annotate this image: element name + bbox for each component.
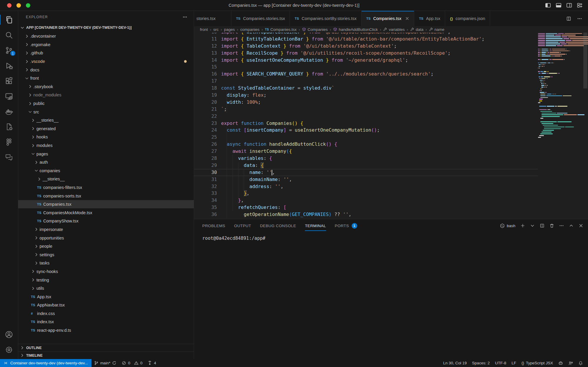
code-line-35[interactable]: 35 refetchQueries: [ (194, 204, 538, 211)
line-number[interactable]: 28 (194, 155, 217, 162)
editor-scrollbar[interactable] (583, 33, 588, 219)
code-line-11[interactable]: 11import { EntityTableActionBar } from '… (194, 36, 538, 43)
minimap[interactable] (538, 33, 583, 219)
editor-tab-Companies.tsx[interactable]: TSCompanies.tsx (362, 11, 415, 26)
breadcrumb-item-handleAddButtonClick[interactable]: handleAddButtonClick (333, 27, 378, 32)
activity-docker-button[interactable] (0, 104, 18, 119)
terminal-content[interactable]: root@0a42ecd84891:/app# (194, 232, 588, 359)
line-number[interactable]: 17 (194, 78, 217, 85)
status-feedback[interactable] (566, 359, 576, 367)
code-line-10[interactable]: 10import { WithTopBarContainer } from '@… (194, 33, 538, 36)
sidebar-section-outline[interactable]: OUTLINE (18, 344, 194, 351)
tree-item-people[interactable]: people (18, 242, 194, 251)
activity-accounts-button[interactable] (0, 327, 18, 342)
breadcrumb-item-variables[interactable]: variables (383, 27, 405, 32)
code-line-20[interactable]: 20 width: 100%; (194, 99, 538, 106)
code-line-24[interactable]: 24 const [insertCompany] = useInsertOneC… (194, 127, 538, 134)
tree-item-utils[interactable]: utils (18, 284, 194, 293)
editor-tab-Companies.sortBy.stories.tsx[interactable]: TSCompanies.sortBy.stories.tsx (290, 11, 361, 26)
activity-explorer-button[interactable] (0, 12, 18, 27)
line-number[interactable]: 35 (194, 204, 217, 211)
line-number[interactable]: 27 (194, 148, 217, 155)
line-number[interactable]: 20 (194, 99, 217, 106)
line-number[interactable]: 10 (194, 33, 217, 36)
line-number[interactable]: 16 (194, 71, 217, 78)
code-line-26[interactable]: 26 async function handleAddButtonClick()… (194, 141, 538, 148)
editor-scrollbar-thumb[interactable] (583, 33, 587, 88)
tree-item-tasks[interactable]: tasks (18, 259, 194, 267)
breadcrumb-item-data[interactable]: data (410, 27, 423, 32)
line-number[interactable]: 22 (194, 113, 217, 120)
code-line-34[interactable]: 34 }, (194, 197, 538, 204)
line-number[interactable]: 36 (194, 211, 217, 218)
tree-item-node-modules[interactable]: node_modules (18, 91, 194, 99)
tree-item-companies-sorts.tsx[interactable]: TScompanies-sorts.tsx (18, 192, 194, 200)
tree-item-Companies.tsx[interactable]: TSCompanies.tsx (18, 200, 194, 209)
panel-tab-ports[interactable]: PORTS1 (335, 219, 357, 232)
code-editor[interactable]: 10import { WithTopBarContainer } from '@… (194, 33, 588, 219)
tree-item--stories-[interactable]: __stories__ (18, 116, 194, 125)
close-window-button[interactable] (7, 3, 11, 8)
line-number[interactable]: 12 (194, 43, 217, 50)
editor-tab-Companies.stories.tsx[interactable]: TSCompanies.stories.tsx (231, 11, 290, 26)
zoom-window-button[interactable] (26, 3, 30, 8)
tree-item-companies[interactable]: companies (18, 167, 194, 175)
tree-item-docs[interactable]: docs (18, 66, 194, 74)
breadcrumb-item-Companies.tsx[interactable]: TSCompanies.tsx (265, 27, 297, 32)
editor-tab-stories.tsx[interactable]: stories.tsx (194, 11, 231, 26)
editor-more-actions-icon[interactable] (577, 16, 582, 21)
code-line-31[interactable]: 31 domainName: '', (194, 176, 538, 183)
maximize-panel-icon[interactable] (569, 223, 574, 228)
status-indentation[interactable]: Spaces: 2 (470, 359, 492, 367)
tree-item-settings[interactable]: settings (18, 250, 194, 259)
activity-figma-button[interactable] (0, 134, 18, 150)
line-number[interactable]: 34 (194, 197, 217, 204)
kill-terminal-icon[interactable] (549, 223, 554, 228)
tree-item-App.tsx[interactable]: TSApp.tsx (18, 292, 194, 301)
code-line-27[interactable]: 27 await insertCompany({ (194, 148, 538, 155)
sidebar-section-timeline[interactable]: TIMELINE (18, 351, 194, 359)
breadcrumb-item-name[interactable]: name (429, 27, 445, 32)
code-line-18[interactable]: 18const StyledTableContainer = styled.di… (194, 85, 538, 92)
status-eol[interactable]: LF (509, 359, 519, 367)
new-terminal-icon[interactable] (520, 223, 525, 228)
code-line-15[interactable]: 15 (194, 63, 538, 71)
line-number[interactable]: 21 (194, 106, 217, 113)
panel-tab-problems[interactable]: PROBLEMS (202, 219, 225, 232)
code-line-19[interactable]: 19 display: flex; (194, 92, 538, 99)
tree-item--stories-[interactable]: __stories__ (18, 175, 194, 183)
activity-dev-actions-button[interactable] (0, 119, 18, 134)
activity-run-debug-button[interactable] (0, 58, 18, 73)
line-number[interactable]: 26 (194, 141, 217, 148)
code-line-36[interactable]: 36 getOperationName(GET_COMPANIES) ?? ''… (194, 211, 538, 218)
tree-item-hooks[interactable]: hooks (18, 133, 194, 141)
close-tab-icon[interactable] (405, 16, 409, 21)
toggle-panel-icon[interactable] (556, 2, 562, 8)
editor-tab-companies.json[interactable]: {}companies.json (445, 11, 490, 26)
tree-item-sync-hooks[interactable]: sync-hooks (18, 267, 194, 276)
customize-layout-icon[interactable] (577, 2, 583, 8)
tree-item-auth[interactable]: auth (18, 158, 194, 167)
split-editor-icon[interactable] (566, 16, 571, 21)
terminal-dropdown-icon[interactable] (530, 223, 535, 228)
code-line-17[interactable]: 17 (194, 78, 538, 85)
breadcrumb-item-src[interactable]: src (213, 27, 219, 32)
tree-item-companies-filters.tsx[interactable]: TScompanies-filters.tsx (18, 183, 194, 192)
code-line-16[interactable]: 16import { SEARCH_COMPANY_QUERY } from '… (194, 71, 538, 78)
tree-item-modules[interactable]: modules (18, 141, 194, 150)
line-number[interactable]: 15 (194, 63, 217, 71)
tree-item-generated[interactable]: generated (18, 125, 194, 133)
tree-item-react-app-env.d.ts[interactable]: TSreact-app-env.d.ts (18, 326, 194, 335)
panel-tab-output[interactable]: OUTPUT (234, 219, 251, 232)
line-number[interactable]: 24 (194, 127, 217, 134)
activity-extensions-button[interactable] (0, 73, 18, 88)
code-line-12[interactable]: 12import { TableContext } from '@/ui/tab… (194, 43, 538, 50)
panel-tab-terminal[interactable]: TERMINAL (305, 219, 326, 232)
code-line-29[interactable]: 29 data: { (194, 162, 538, 169)
line-number[interactable]: 14 (194, 57, 217, 64)
status-encoding[interactable]: UTF-8 (492, 359, 509, 367)
breadcrumb-item-pages[interactable]: pages (224, 27, 235, 32)
tree-item-.ergomake[interactable]: .ergomake (18, 41, 194, 49)
tree-item-impersonate[interactable]: impersonate (18, 225, 194, 234)
editor-tab-App.tsx[interactable]: TSApp.tsx (414, 11, 445, 26)
